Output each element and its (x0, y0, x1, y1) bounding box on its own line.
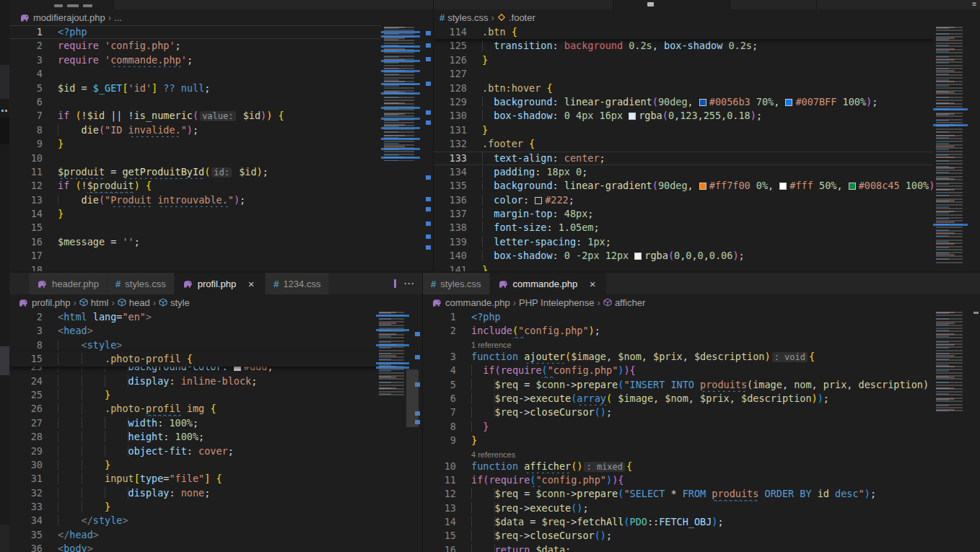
code-line[interactable]: 14 $data = $req->fetchAll(PDO::FETCH_OBJ… (423, 515, 969, 529)
code-line[interactable]: 132.footer { (434, 137, 971, 151)
code-line[interactable]: 138 font-size: 1.05em; (434, 221, 971, 235)
code-line[interactable]: 16 return $data; (423, 543, 969, 552)
code-line[interactable]: 12 $req = $conn->prepare("SELECT * FROM … (423, 487, 969, 501)
line-number[interactable]: 34 (9, 514, 43, 527)
line-number[interactable]: 137 (434, 207, 467, 221)
tab-1234-css[interactable]: #1234.css (266, 273, 329, 294)
code-line[interactable]: 6 (9, 95, 423, 109)
line-number[interactable]: 140 (434, 249, 467, 263)
tab-strip-clipped[interactable]: ≡ (434, 0, 980, 9)
line-number[interactable]: 33 (9, 500, 43, 514)
breadcrumb-item[interactable]: modifierajout.php (19, 12, 105, 23)
code-editor[interactable]: 1<?php2require 'config.php';3require 'co… (9, 25, 423, 271)
line-number[interactable]: 125 (434, 39, 467, 53)
line-number[interactable]: 24 (9, 374, 43, 388)
line-number[interactable]: 128 (434, 82, 467, 95)
tab-profil-php[interactable]: profil.php× (175, 273, 266, 294)
breadcrumb-item[interactable]: ... (114, 12, 122, 23)
code-line[interactable]: 27 width: 100%; (9, 416, 412, 430)
line-number[interactable]: 32 (9, 486, 43, 500)
line-number[interactable]: 4 (9, 67, 43, 81)
code-line[interactable]: 11$produit = getProduitById(id: $id); (9, 165, 423, 179)
line-number[interactable]: 3 (9, 53, 43, 67)
line-number[interactable]: 29 (9, 444, 43, 458)
code-line[interactable]: 15 $req->closeCursor(); (423, 529, 969, 543)
code-line[interactable]: 28 height: 100%; (9, 430, 412, 444)
code-line[interactable]: 140 box-shadow: 0 -2px 12px rgba(0,0,0,0… (434, 249, 971, 263)
color-swatch[interactable] (849, 183, 856, 190)
line-number[interactable]: 15 (9, 352, 43, 366)
code-line[interactable]: 15 (9, 221, 423, 235)
tab-list-icon[interactable]: ≡ (972, 0, 976, 9)
line-number[interactable]: 131 (434, 123, 467, 137)
code-line[interactable]: 13 die("Produit introuvable."); (9, 193, 423, 207)
code-line[interactable]: 10 (9, 152, 423, 165)
tab-strip-clipped[interactable] (9, 0, 433, 9)
code-line[interactable]: 1<?php (423, 310, 969, 324)
line-number[interactable]: 5 (423, 378, 456, 392)
color-swatch[interactable] (779, 183, 787, 190)
line-number[interactable]: 12 (9, 179, 43, 193)
code-line[interactable]: 8 <style> (9, 338, 412, 352)
code-line[interactable]: 136 color: #222; (434, 193, 971, 207)
line-number[interactable]: 2 (423, 324, 456, 338)
code-line[interactable]: 2require 'config.php'; (9, 39, 423, 53)
close-icon[interactable]: × (245, 278, 257, 290)
code-line[interactable]: 4 (9, 67, 423, 81)
close-icon[interactable]: × (587, 278, 598, 290)
code-line[interactable]: 36<body> (9, 542, 412, 552)
code-line[interactable]: 26 .photo-profil img { (9, 402, 412, 416)
line-number[interactable]: 6 (9, 95, 43, 109)
line-number[interactable]: 9 (9, 137, 43, 151)
code-line[interactable]: 25 } (9, 388, 412, 402)
code-line[interactable]: 114.btn { (434, 25, 971, 39)
line-number[interactable]: 138 (434, 221, 467, 235)
line-number[interactable]: 13 (9, 193, 43, 207)
code-line[interactable]: 137 margin-top: 48px; (434, 207, 971, 221)
code-line[interactable]: 24 display: inline-block; (9, 374, 412, 388)
breadcrumb-item[interactable]: style (159, 297, 190, 308)
line-number[interactable]: 4 (423, 364, 456, 377)
line-number[interactable]: 133 (434, 152, 467, 165)
line-number[interactable]: 13 (423, 501, 456, 515)
color-swatch[interactable] (234, 367, 241, 372)
code-line[interactable]: 9} (9, 137, 423, 151)
code-line[interactable]: 3<head> (9, 324, 412, 338)
code-line[interactable]: 18 (9, 263, 423, 271)
code-line[interactable]: 125 transition: background 0.2s, box-sha… (434, 39, 971, 53)
color-swatch[interactable] (699, 183, 706, 190)
line-number[interactable]: 16 (9, 235, 43, 249)
code-line[interactable]: 17 (9, 249, 423, 263)
code-line[interactable]: 4 references (423, 448, 969, 460)
code-line[interactable]: 134 padding: 18px 0; (434, 165, 971, 179)
line-number[interactable]: 139 (434, 235, 467, 249)
minimap[interactable] (933, 310, 971, 552)
line-number[interactable]: 127 (434, 67, 467, 81)
code-line[interactable]: 13 $req->execute(); (423, 501, 969, 515)
line-number[interactable]: 134 (434, 165, 467, 179)
line-number[interactable]: 10 (423, 460, 456, 473)
code-editor[interactable]: 1<?php2include("config.php");1 reference… (423, 310, 969, 552)
code-line[interactable]: 4 if(require("config.php")){ (423, 364, 969, 377)
line-number[interactable]: 126 (434, 53, 467, 67)
line-number[interactable]: 26 (9, 402, 43, 416)
code-line[interactable]: 12if (!$produit) { (9, 179, 423, 193)
tab-styles-css[interactable]: #styles.css (108, 273, 175, 294)
code-line[interactable]: 3function ajouter($image, $nom, $prix, $… (423, 350, 969, 364)
code-editor[interactable]: 114.btn {125 transition: background 0.2s… (434, 25, 971, 271)
line-number[interactable]: 1 (423, 310, 456, 324)
code-line[interactable]: 8 die("ID invalide."); (9, 123, 423, 137)
line-number[interactable]: 3 (423, 350, 456, 364)
line-number[interactable]: 23 (9, 367, 43, 374)
code-line[interactable]: 6 $req->execute(array( $image, $nom, $pr… (423, 392, 969, 406)
line-number[interactable] (423, 448, 456, 460)
breadcrumb-item[interactable]: html (79, 297, 109, 308)
line-number[interactable]: 7 (9, 109, 43, 123)
breadcrumb-item[interactable]: afficher (603, 297, 645, 308)
color-swatch[interactable] (629, 113, 636, 120)
code-line[interactable]: 8 } (423, 420, 969, 434)
minimap-slider[interactable] (406, 369, 419, 427)
line-number[interactable]: 9 (423, 434, 456, 447)
code-line[interactable]: 128.btn:hover { (434, 82, 971, 95)
line-number[interactable]: 2 (9, 39, 43, 53)
